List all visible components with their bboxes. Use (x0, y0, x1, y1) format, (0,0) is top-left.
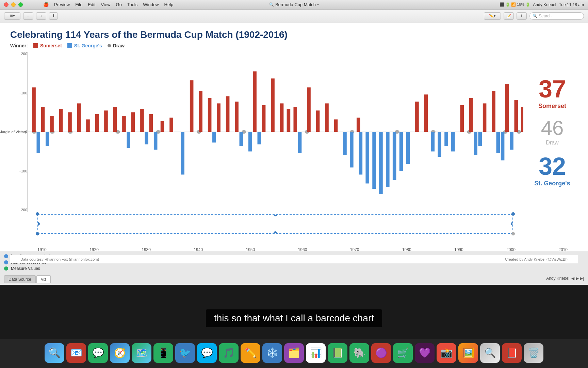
y-axis-label: Margin of Victory (0, 130, 27, 134)
svg-rect-78 (431, 132, 435, 151)
svg-rect-48 (415, 102, 419, 132)
dock-snowflake[interactable]: ❄️ (262, 343, 282, 363)
menu-tools[interactable]: Tools (127, 2, 137, 7)
dock: 🔍 📧 💬 🧭 🗺️ 📱 🐦 💬 🎵 ✏️ ❄️ 🗂️ 📊 📗 🐘 🟣 🛒 💜 … (0, 339, 588, 368)
legend-stgeorges: St. George's (67, 43, 102, 48)
svg-rect-25 (122, 116, 126, 132)
close-button[interactable] (4, 2, 9, 7)
minimize-button[interactable] (11, 2, 16, 7)
dock-photos[interactable]: 🖼️ (458, 343, 478, 363)
dock-acrobat[interactable]: 📕 (502, 343, 522, 363)
menu-file[interactable]: File (75, 2, 82, 7)
handle-bl[interactable] (36, 232, 39, 235)
svg-rect-34 (217, 103, 220, 132)
dock-facetime[interactable]: 📱 (153, 343, 173, 363)
dock-spotlight[interactable]: 🔍 (480, 343, 500, 363)
dock-trash[interactable]: 🗑️ (524, 343, 543, 363)
x-tick-1920: 1920 (89, 247, 99, 252)
svg-rect-61 (154, 132, 158, 150)
tab-viz[interactable]: Viz (36, 275, 51, 283)
x-axis: 1910 1920 1930 1940 1950 1960 1970 1980 … (20, 245, 568, 255)
handle-tl[interactable] (36, 212, 39, 216)
svg-rect-20 (77, 103, 81, 132)
maximize-button[interactable] (18, 2, 23, 7)
menu-go[interactable]: Go (116, 2, 122, 7)
chart-footer: Data courtesy Rhiannon Fox (rhiannonfox.… (10, 255, 578, 263)
menu-apple[interactable]: 🍎 (43, 2, 49, 7)
legend-winner-label: Winner: (10, 43, 28, 48)
x-tick-2010: 2010 (558, 247, 568, 252)
svg-rect-30 (169, 118, 173, 132)
menu-window[interactable]: Window (143, 2, 159, 7)
svg-rect-85 (501, 132, 505, 160)
y-tick-4: +200 (19, 208, 27, 212)
svg-rect-32 (199, 91, 202, 132)
dock-slack[interactable]: 💜 (415, 343, 435, 363)
dock-tableau[interactable]: 📊 (306, 343, 326, 363)
view-toggle-button[interactable]: ⊞▾ (4, 12, 20, 20)
subtitle-caption: this so that what I call a barcode chart (206, 309, 382, 327)
zoom-in-button[interactable]: + (36, 12, 46, 20)
dock-skype[interactable]: 💬 (197, 343, 217, 363)
x-tick-1910: 1910 (37, 247, 47, 252)
zoom-out-button[interactable]: − (23, 12, 33, 20)
handle-tr[interactable] (511, 212, 515, 216)
stgeorges-stat-label: St. George's (534, 180, 570, 187)
x-tick-2000: 2000 (506, 247, 516, 252)
dock-excel[interactable]: 📗 (328, 343, 347, 363)
tableau-tabs[interactable]: Data Source Viz (4, 274, 51, 283)
barcode-handle-right[interactable] (511, 222, 513, 226)
svg-rect-51 (469, 98, 473, 132)
dock-files[interactable]: 🗂️ (284, 343, 304, 363)
svg-rect-38 (262, 105, 266, 132)
tableau-nav: ◀ ▶ ▶| (571, 276, 584, 281)
dock-shopify[interactable]: 🛒 (393, 343, 413, 363)
status-icons: ⬛ 🔋 📶 18% 🔋 (500, 2, 530, 7)
barcode-handle-bottom[interactable] (274, 231, 277, 234)
menu-preview[interactable]: Preview (54, 2, 70, 7)
dock-messages[interactable]: 💬 (88, 343, 108, 363)
annotate-button[interactable]: 📝 (504, 12, 514, 20)
menu-edit[interactable]: Edit (88, 2, 95, 7)
pen-button[interactable]: ✏️▾ (484, 12, 501, 20)
svg-rect-49 (424, 94, 428, 132)
barcode-container[interactable] (37, 214, 513, 234)
dock-spotify[interactable]: 🎵 (219, 343, 239, 363)
dock-pencil[interactable]: ✏️ (241, 343, 260, 363)
share-button[interactable]: ⬆ (49, 12, 58, 20)
svg-rect-69 (350, 132, 354, 167)
toolbar: ⊞▾ − + ⬆ ✏️▾ 📝 ⬆ 🔍 Search (0, 10, 588, 22)
svg-rect-56 (521, 107, 523, 132)
traffic-lights[interactable] (4, 2, 23, 7)
dock-mail[interactable]: 📧 (66, 343, 86, 363)
svg-rect-59 (127, 132, 130, 148)
draw-circle (108, 44, 111, 47)
search-box[interactable]: 🔍 Search (529, 12, 584, 20)
handle-br[interactable] (511, 232, 515, 235)
svg-rect-17 (50, 116, 54, 132)
share2-button[interactable]: ⬆ (517, 12, 527, 20)
dock-maps[interactable]: 🗺️ (132, 343, 151, 363)
dock-capture[interactable]: 📸 (437, 343, 456, 363)
svg-rect-28 (149, 114, 153, 132)
somerset-stat-label: Somerset (538, 103, 566, 110)
dock-safari[interactable]: 🧭 (110, 343, 130, 363)
dock-finder[interactable]: 🔍 (45, 343, 64, 363)
footer-right-text: Created by Andy Kriebel (@VizWizBI) (505, 257, 568, 261)
y-axis: Margin of Victory +200 +100 +0 +100 +200 (10, 52, 27, 212)
dock-pocket[interactable]: 🟣 (371, 343, 391, 363)
dock-evernote[interactable]: 🐘 (349, 343, 369, 363)
svg-rect-46 (334, 119, 338, 132)
svg-rect-54 (505, 84, 509, 132)
menu-help[interactable]: Help (164, 2, 174, 7)
dock-twitter[interactable]: 🐦 (175, 343, 195, 363)
menu-view[interactable]: View (101, 2, 111, 7)
menu-bar: 🍎 Preview File Edit View Go Tools Window… (43, 2, 173, 7)
svg-rect-74 (386, 132, 390, 187)
svg-rect-75 (393, 132, 396, 180)
footer-left-text: Data courtesy Rhiannon Fox (rhiannonfox.… (20, 257, 99, 261)
svg-rect-35 (226, 96, 230, 132)
tab-datasource[interactable]: Data Source (4, 275, 36, 283)
svg-rect-66 (258, 132, 261, 144)
svg-rect-76 (399, 132, 403, 171)
